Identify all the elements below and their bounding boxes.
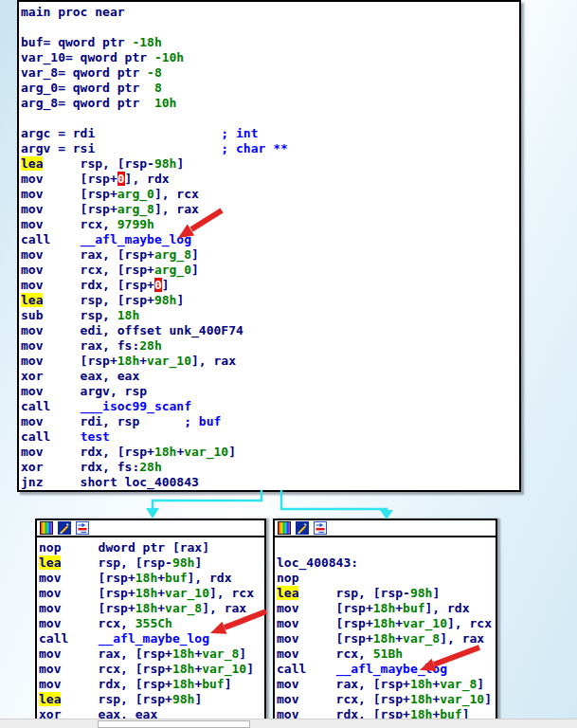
code-line[interactable]: mov [rsp+arg_0], rcx [21, 187, 519, 202]
code-line[interactable]: mov argv, rsp [21, 384, 519, 399]
code-line[interactable]: mov rdx, [rsp+18h+var_10] [21, 445, 519, 460]
code-text: ] [246, 662, 254, 676]
code-text: ], rax [154, 202, 199, 216]
code-line[interactable]: mov rdi, rsp ; buf [21, 414, 519, 429]
code-line[interactable]: mov rcx, [rsp+18h+var_10] [39, 662, 264, 677]
code-line[interactable]: call __afl_maybe_log [39, 631, 264, 646]
code-text: ] [484, 692, 492, 706]
highlighted-token: 0 [154, 278, 162, 292]
code-line[interactable]: xor rdx, fs:28h [21, 460, 519, 475]
code-line[interactable] [21, 20, 519, 35]
code-text: arg_8= qword ptr [21, 96, 154, 110]
code-line[interactable]: loc_400843: [277, 555, 496, 571]
code-line[interactable]: jnz short loc_400843 [21, 475, 519, 490]
code-line[interactable]: lea rsp, [rsp-98h] [21, 156, 519, 172]
code-line[interactable]: mov [rsp+18h+var_10], rcx [277, 616, 496, 631]
number-or-var: 18h [172, 646, 194, 661]
code-line[interactable]: mov rax, fs:28h [21, 338, 519, 354]
code-line[interactable]: mov [rsp+18h+var_8], rax [39, 601, 264, 616]
code-text: call [21, 232, 81, 246]
code-line[interactable]: arg_0= qword ptr 8 [21, 81, 519, 96]
code-line[interactable]: mov [rsp+arg_8], rax [21, 202, 519, 217]
number-or-var: 9799h [117, 217, 154, 231]
code-line[interactable]: argc = rdi ; int [21, 126, 519, 141]
number-or-var: 98h [172, 555, 194, 570]
code-line[interactable]: mov [rsp+18h+buf], rdx [277, 601, 496, 616]
code-line[interactable]: arg_8= qword ptr 10h [21, 96, 519, 111]
code-line[interactable]: call __afl_maybe_log [277, 662, 496, 677]
code-text: mov rcx, [rsp+ [277, 692, 410, 706]
code-line[interactable]: call ___isoc99_scanf [21, 399, 519, 414]
group-node-icon[interactable] [76, 521, 89, 535]
code-line[interactable]: lea rsp, [rsp-98h] [39, 555, 264, 571]
code-line[interactable]: nop [277, 571, 496, 586]
scrollbar-thumb[interactable] [98, 720, 250, 728]
code-line[interactable]: mov [rsp+0], rdx [21, 172, 519, 187]
code-line[interactable]: mov rcx, [rsp+arg_0] [21, 263, 519, 278]
code-line[interactable]: sub rsp, 18h [21, 308, 519, 323]
code-text: mov rax, [rsp+ [21, 247, 154, 262]
code-text: rsp, [rsp- [61, 555, 171, 570]
code-line[interactable]: main proc near [21, 5, 519, 20]
code-text: ], rcx [154, 187, 199, 201]
code-line[interactable]: call __afl_maybe_log [21, 232, 519, 247]
code-line[interactable]: mov rcx, 51Bh [277, 646, 496, 662]
code-line[interactable]: mov [rsp+18h+buf], rdx [39, 571, 264, 586]
code-line[interactable]: mov rax, [rsp+arg_8] [21, 247, 519, 263]
code-text [139, 414, 184, 428]
code-line[interactable]: mov rax, [rsp+18h+var_8] [277, 677, 496, 692]
horizontal-scrollbar[interactable] [0, 719, 577, 728]
basic-block-fallthrough[interactable]: nop dword ptr [rax]lea rsp, [rsp-98h]mov… [35, 519, 266, 728]
node-header[interactable] [275, 520, 496, 537]
code-text: main proc near [21, 5, 125, 19]
number-or-var: var_10 [202, 662, 246, 676]
code-line[interactable] [277, 540, 496, 555]
number-or-var: 355Ch [135, 616, 172, 630]
code-line[interactable] [21, 111, 519, 126]
code-line[interactable]: mov rcx, 9799h [21, 217, 519, 232]
code-line[interactable]: mov rdx, [rsp+18h+buf] [39, 677, 264, 692]
code-line[interactable]: mov [rsp+18h+var_8], rax [277, 631, 496, 646]
highlighted-mnemonic: lea [277, 586, 298, 600]
basic-block-loc-400843[interactable]: loc_400843:noplea rsp, [rsp-98h]mov [rsp… [273, 519, 497, 728]
code-text: ] [176, 293, 184, 307]
code-line[interactable]: nop dword ptr [rax] [39, 540, 264, 555]
code-line[interactable]: lea rsp, [rsp+98h] [21, 293, 519, 308]
number-or-var: 18h [410, 692, 432, 706]
edit-node-icon[interactable] [58, 521, 71, 535]
code-line[interactable]: mov rcx, [rsp+18h+var_10] [277, 692, 496, 707]
code-line[interactable]: xor eax, eax [21, 369, 519, 384]
set-node-color-icon[interactable] [278, 521, 291, 535]
code-line[interactable]: mov [rsp+18h+var_10], rcx [39, 586, 264, 601]
code-line[interactable]: var_8= qword ptr -8 [21, 65, 519, 81]
code-line[interactable]: var_10= qword ptr -10h [21, 50, 519, 65]
code-text: mov rcx, [rsp+ [21, 263, 154, 277]
code-line[interactable]: mov rdx, [rsp+0] [21, 278, 519, 293]
code-text: loc_400843: [277, 555, 358, 570]
basic-block-main[interactable]: main proc nearbuf= qword ptr -18hvar_10=… [17, 0, 521, 492]
code-text: buf= qword ptr [21, 35, 132, 49]
code-line[interactable]: lea rsp, [rsp-98h] [277, 586, 496, 601]
code-text: ] [194, 555, 202, 570]
code-text: mov edi, offset unk_400F74 [21, 323, 243, 337]
code-text: [rsp+ [43, 172, 117, 186]
node-header[interactable] [37, 520, 264, 537]
code-text: ], rax [440, 631, 484, 646]
edit-node-icon[interactable] [296, 521, 309, 535]
code-line[interactable]: mov [rsp+18h+var_10], rax [21, 354, 519, 369]
code-line[interactable]: mov rcx, 355Ch [39, 616, 264, 631]
code-line[interactable]: mov rax, [rsp+18h+var_8] [39, 646, 264, 662]
number-or-var: 98h [410, 586, 432, 600]
code-line[interactable]: mov edi, offset unk_400F74 [21, 323, 519, 338]
number-or-var: arg_0 [117, 187, 154, 201]
code-line[interactable]: lea rsp, [rsp+98h] [39, 692, 264, 707]
code-line[interactable]: call test [21, 429, 519, 445]
code-line[interactable]: argv = rsi ; char ** [21, 141, 519, 156]
code-text: sub rsp, [21, 308, 117, 322]
code-text: xor eax, eax [21, 369, 139, 383]
code-line[interactable]: buf= qword ptr -18h [21, 35, 519, 50]
code-text: + [395, 631, 403, 646]
group-node-icon[interactable] [314, 521, 327, 535]
set-node-color-icon[interactable] [40, 521, 53, 535]
code-text: + [395, 601, 403, 615]
